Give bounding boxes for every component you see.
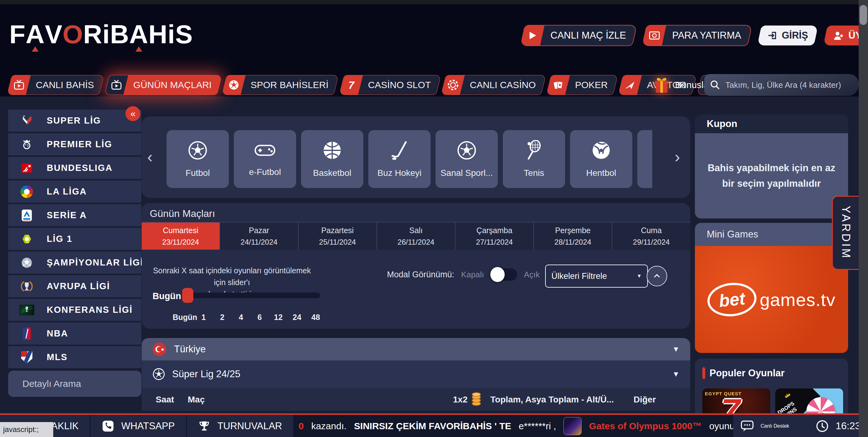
nav-label: CANLI CASİNO (462, 80, 543, 90)
nav-tab-casino-slot[interactable]: 7 CASİNO SLOT (339, 75, 441, 95)
nav-tab-canli-bahis[interactable]: CANLI BAHİS (7, 75, 104, 95)
league-row-super-lig[interactable]: Süper Lig 24/25 ▼ (142, 361, 690, 388)
login-button[interactable]: GİRİŞ (757, 26, 818, 45)
day-name: Salı (409, 226, 423, 235)
sport-card-label: e-Futbol (249, 167, 281, 177)
sport-cards: Futbol e-Futbol Basketbol Buz Hokeyi San… (166, 130, 652, 188)
global-search[interactable] (704, 74, 859, 96)
sidebar-item-la-liga[interactable]: LA LİGA (8, 181, 141, 202)
popular-games-title: Populer Oyunlar (710, 368, 784, 379)
col-odds: 1x2 (453, 395, 468, 405)
carousel-next-icon[interactable]: › (675, 149, 680, 165)
sidebar-item-super-lig[interactable]: SUPER LİG (8, 110, 141, 132)
sidebar-item-konferans-ligi[interactable]: KONFERANS LİGİ (8, 299, 141, 321)
day-name: Çarşamba (476, 226, 512, 235)
sidebar-item-bundesliga[interactable]: BUNDESLIGA (8, 157, 141, 179)
help-tab[interactable]: YARDIM (832, 196, 859, 270)
bundesliga-logo-icon (19, 160, 35, 176)
detailed-search[interactable] (8, 371, 141, 397)
logo-letter: B (110, 15, 129, 53)
sport-card-buz-hokeyi[interactable]: Buz Hokeyi (368, 130, 431, 188)
banknote-icon (643, 26, 666, 45)
sidebar-item-lig-1[interactable]: LİG 1 (8, 228, 141, 250)
logo-letter: R (83, 15, 102, 53)
coupon-empty-state: Bahis yapabilmek için en az bir seçim ya… (695, 133, 848, 218)
nav-tab-spor-bahisleri[interactable]: SPOR BAHİSLERİ (222, 75, 339, 95)
sidebar-item-serie-a[interactable]: SERİE A (8, 204, 141, 226)
day-tab-sali[interactable]: Salı 26/11/2024 (377, 223, 456, 250)
sidebar-item-mls[interactable]: MLS (8, 346, 141, 368)
hours-slider-track[interactable] (184, 292, 320, 298)
footer-tournaments-link[interactable]: TURNUVALAR (187, 415, 293, 437)
site-logo[interactable]: FAVORiBAHiS (9, 15, 193, 53)
sidebar-item-nba[interactable]: NBA (8, 322, 141, 345)
sport-card-hentbol[interactable]: Hentbol (570, 130, 632, 188)
day-name: Pazar (249, 226, 269, 235)
carousel-prev-icon[interactable]: ‹ (147, 149, 153, 165)
trophy-icon (198, 420, 211, 432)
sidebar-item-label: LİG 1 (47, 234, 72, 244)
nav-tab-poker[interactable]: POKER (546, 75, 618, 95)
sport-card-e-futbol[interactable]: e-Futbol (234, 130, 296, 188)
day-date: 26/11/2024 (398, 238, 434, 247)
detailed-search-input[interactable] (22, 378, 143, 389)
chevron-up-icon (653, 272, 661, 280)
nav-tab-canli-casino[interactable]: CANLI CASİNO (441, 75, 546, 95)
search-icon (710, 80, 720, 90)
sport-card-sanal-sporlar[interactable]: Sanal Sporl... (436, 130, 498, 188)
sport-card-futbol[interactable]: Futbol (166, 130, 229, 188)
sidebar-item-label: KONFERANS LİGİ (47, 305, 133, 315)
virtual-sports-icon (457, 140, 477, 161)
scrollbar-thumb[interactable] (860, 5, 867, 25)
country-row-turkiye[interactable]: Türkiye ▼ (142, 338, 690, 361)
sidebar-item-avrupa-ligi[interactable]: AVRUPA LİGİ (8, 275, 141, 297)
day-tab-pazartesi[interactable]: Pazartesi 25/11/2024 (299, 223, 377, 250)
watch-live-button[interactable]: CANLI MAÇ İZLE (520, 25, 637, 46)
sidebar-item-premier-lig[interactable]: PREMIER LİG (8, 133, 141, 155)
sport-card-basketbol[interactable]: Basketbol (301, 130, 363, 188)
sidebar-item-label: PREMIER LİG (47, 139, 113, 149)
betgames-banner[interactable]: bet games.tv (695, 246, 848, 353)
sport-card-partial[interactable] (637, 130, 652, 188)
day-tab-cuma[interactable]: Cuma 29/11/2024 (612, 223, 690, 250)
collapse-up-button[interactable] (647, 266, 667, 286)
day-name: Perşembe (555, 226, 591, 235)
day-tab-persembe[interactable]: Perşembe 28/11/2024 (534, 223, 612, 250)
day-tab-pazar[interactable]: Pazar 24/11/2024 (220, 223, 299, 250)
col-match: Maç (188, 395, 205, 405)
nav-tab-gunun-maclari[interactable]: GÜNÜN MAÇLARI (104, 75, 222, 95)
sidebar-collapse-button[interactable]: « (125, 106, 141, 121)
logo-letter: i (102, 15, 110, 53)
accent-bar (702, 367, 705, 379)
europa-league-logo-icon (19, 278, 35, 294)
day-date: 28/11/2024 (555, 238, 591, 247)
gamepad-icon (254, 141, 276, 160)
ligue-1-logo-icon (19, 231, 35, 247)
live-support-label[interactable]: Canlı Destek (761, 423, 789, 429)
nav-label: GÜNÜN MAÇLARI (126, 80, 219, 90)
sidebar-item-sampiyonlar-ligi[interactable]: ŞAMPİYONLAR LİGİ (8, 251, 141, 274)
help-tab-label: YARDIM (839, 206, 852, 259)
sidebar-item-label: BUNDESLIGA (47, 163, 113, 173)
footer-bar: ORTAKLIK WHATSAPP TURNUVALAR 0 kazandı. … (0, 413, 868, 437)
deposit-button[interactable]: PARA YATIRMA (642, 25, 752, 46)
sport-card-tenis[interactable]: Tenis (503, 130, 565, 188)
modal-on-label: Açık (524, 270, 540, 280)
toggle-knob[interactable] (490, 267, 505, 282)
chevron-down-icon[interactable]: ▼ (672, 345, 680, 353)
modal-view-toggle[interactable] (491, 268, 517, 281)
chevron-down-icon[interactable]: ▼ (672, 370, 680, 378)
page-scrollbar[interactable] (859, 0, 868, 437)
mini-games-header: Mini Games (695, 223, 848, 246)
modal-view-control: Modal Görünümü: Kapalı Açık (387, 268, 539, 281)
nav-label: POKER (567, 80, 615, 90)
day-tab-cumartesi[interactable]: Cumartesi 23/11/2024 (142, 223, 220, 250)
global-search-input[interactable] (725, 80, 853, 90)
bonuses-link[interactable]: Bonuslar (653, 74, 712, 96)
day-date: 29/11/2024 (633, 238, 670, 247)
hours-slider-handle[interactable] (182, 288, 193, 303)
day-tab-carsamba[interactable]: Çarşamba 27/11/2024 (456, 223, 534, 250)
footer-whatsapp-link[interactable]: WHATSAPP (91, 415, 186, 437)
slider-tick: 6 (250, 313, 269, 322)
filter-countries-select[interactable]: Ülkeleri Filtrele ▼ (545, 264, 648, 288)
